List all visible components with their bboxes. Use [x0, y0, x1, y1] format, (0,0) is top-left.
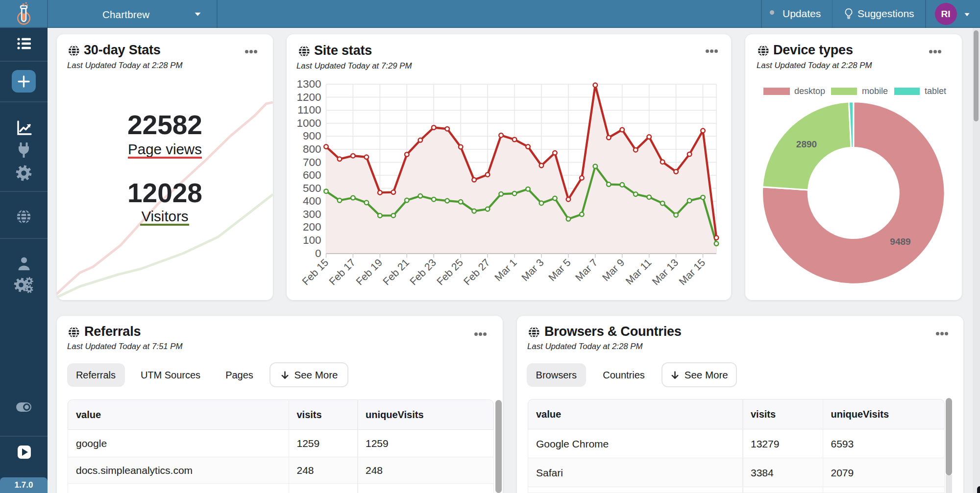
svg-text:1300: 1300 — [296, 78, 321, 90]
svg-text:Feb 27: Feb 27 — [461, 257, 492, 287]
svg-text:200: 200 — [303, 221, 321, 233]
svg-text:1000: 1000 — [296, 117, 321, 129]
svg-text:800: 800 — [303, 143, 321, 155]
svg-text:Mar 7: Mar 7 — [573, 257, 599, 283]
svg-text:Feb 15: Feb 15 — [300, 257, 331, 287]
svg-text:400: 400 — [303, 195, 321, 207]
svg-text:9489: 9489 — [890, 236, 910, 247]
svg-text:1200: 1200 — [296, 91, 321, 103]
svg-text:600: 600 — [303, 169, 321, 181]
svg-text:500: 500 — [303, 182, 321, 194]
svg-text:900: 900 — [303, 130, 321, 142]
svg-text:Mar 15: Mar 15 — [677, 257, 707, 287]
svg-text:Mar 5: Mar 5 — [546, 257, 573, 283]
svg-text:Mar 13: Mar 13 — [650, 257, 680, 287]
svg-text:0: 0 — [315, 247, 321, 259]
svg-text:2890: 2890 — [796, 139, 817, 149]
svg-text:Feb 23: Feb 23 — [408, 257, 439, 287]
svg-text:Feb 17: Feb 17 — [327, 257, 358, 287]
svg-text:Mar 1: Mar 1 — [492, 257, 519, 283]
svg-text:Mar 11: Mar 11 — [623, 257, 653, 286]
svg-text:100: 100 — [303, 234, 321, 246]
svg-text:Feb 25: Feb 25 — [435, 257, 466, 287]
svg-text:Mar 3: Mar 3 — [519, 257, 546, 283]
svg-text:Feb 19: Feb 19 — [354, 257, 385, 287]
svg-text:Feb 21: Feb 21 — [381, 257, 412, 287]
svg-text:Mar 9: Mar 9 — [600, 257, 626, 283]
svg-text:1100: 1100 — [297, 104, 321, 116]
svg-text:700: 700 — [303, 156, 321, 168]
svg-text:300: 300 — [303, 208, 321, 220]
